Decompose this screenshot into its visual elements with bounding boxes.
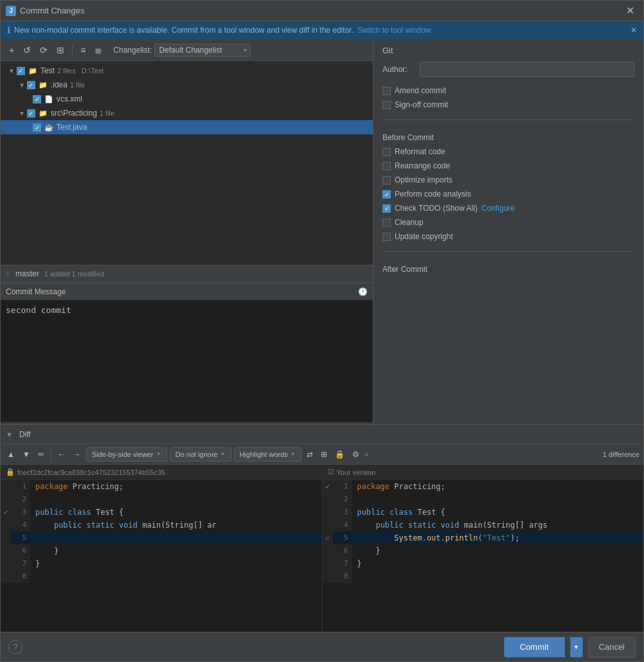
tree-meta-root: 2 files D:\Test <box>57 67 103 75</box>
amend-commit-checkbox[interactable] <box>382 87 391 95</box>
gutter-left-8: 8 <box>11 570 30 583</box>
checkbox-vcs[interactable]: ✓ <box>33 95 41 103</box>
close-button[interactable]: ✕ <box>622 3 638 18</box>
toolbar: + ↺ ⟳ ⊞ ≡ ≣ Changelist: Default Changeli… <box>1 39 373 61</box>
info-icon: ℹ <box>7 25 10 35</box>
tree-arrow-idea: ▼ <box>19 82 25 89</box>
expand-button[interactable]: ≡ <box>77 43 89 57</box>
tree-item-root[interactable]: ▼ ✓ 📁 Test 2 files D:\Test <box>1 64 373 78</box>
diff-next-button[interactable]: → <box>71 449 84 460</box>
diff-left-code: 1 package Practicing; 2 ✓ 3 public class… <box>1 480 322 583</box>
switch-to-tool-window-link[interactable]: Switch to tool window <box>357 26 431 35</box>
code-left-2 <box>30 493 322 506</box>
changelist-select-wrapper: Default Changelist <box>154 44 251 57</box>
author-row: Author: <box>382 62 634 77</box>
collapse-button[interactable]: ≣ <box>91 43 105 57</box>
diff-line-right-7: 7 } <box>323 557 644 570</box>
diff-edit-button[interactable]: ✏ <box>35 449 47 460</box>
reformat-code-checkbox[interactable] <box>382 148 391 156</box>
gutter-left-1: 1 <box>11 480 30 493</box>
checkbox-testjava[interactable]: ✓ <box>33 123 41 132</box>
highlight-dropdown[interactable]: Highlight words <box>234 447 301 461</box>
code-right-6: } <box>352 544 644 557</box>
tree-arrow-src: ▼ <box>19 110 25 117</box>
cleanup-row: Cleanup <box>382 218 634 227</box>
diff-prev-button[interactable]: ← <box>55 449 68 460</box>
diff-up-button[interactable]: ▲ <box>4 449 17 460</box>
code-right-8 <box>352 570 644 583</box>
branch-bar: ⑂ master 1 added 1 modified <box>1 265 373 283</box>
diff-indicator-left-6 <box>1 544 11 557</box>
reformat-code-label: Reformat code <box>395 147 445 156</box>
diff-left-label: 🔒 fcecf2dc2fcac9ca838c1c475232155374b55c… <box>1 465 322 480</box>
diff-down-button[interactable]: ▼ <box>20 449 33 460</box>
code-right-4: public static void main(String[] args <box>352 519 644 532</box>
tree-item-testjava[interactable]: ✓ ☕ Test.java <box>1 120 373 134</box>
lock-icon: 🔒 <box>6 468 15 476</box>
before-commit-label: Before Commit <box>382 133 634 142</box>
diff-line-right-3: 3 public class Test { <box>323 506 644 519</box>
diff-line-left-7: 7 } <box>1 557 322 570</box>
checkbox-idea[interactable]: ✓ <box>27 81 35 89</box>
optimize-imports-checkbox[interactable] <box>382 176 391 184</box>
commit-button[interactable]: Commit <box>504 637 565 658</box>
cleanup-checkbox[interactable] <box>382 219 391 227</box>
gutter-right-7: 7 <box>333 557 352 570</box>
diff-more: » <box>364 450 369 459</box>
undo-button[interactable]: ↺ <box>20 43 34 57</box>
diff-indicator-right-8 <box>323 570 333 583</box>
perform-analysis-row: ✓ Perform code analysis <box>382 190 634 199</box>
checkbox-src[interactable]: ✓ <box>27 109 35 118</box>
diff-viewer: 🔒 fcecf2dc2fcac9ca838c1c475232155374b55c… <box>1 465 643 632</box>
commit-message-label: Commit Message <box>6 287 66 296</box>
ignore-dropdown[interactable]: Do not ignore <box>170 447 231 461</box>
diff-columns-btn[interactable]: ⊞ <box>318 449 330 460</box>
commit-message-section: Commit Message 🕐 second commit <box>1 283 373 424</box>
diff-line-left-1: 1 package Practicing; <box>1 480 322 493</box>
diff-count: 1 difference <box>603 451 640 458</box>
commit-dropdown-button[interactable]: ▼ <box>570 637 583 658</box>
checkbox-root[interactable]: ✓ <box>17 67 25 75</box>
author-input[interactable] <box>420 62 634 77</box>
gutter-right-6: 6 <box>333 544 352 557</box>
window-title: Commit Changes <box>20 6 622 15</box>
check-todo-checkbox[interactable]: ✓ <box>382 204 391 213</box>
update-copyright-checkbox[interactable] <box>382 233 391 241</box>
code-left-3: public class Test { <box>30 506 322 519</box>
diff-lock-btn[interactable]: 🔒 <box>332 449 347 460</box>
diff-left-panel: 🔒 fcecf2dc2fcac9ca838c1c475232155374b55c… <box>1 465 323 632</box>
folder-icon-idea: 📁 <box>38 80 48 90</box>
clock-icon[interactable]: 🕐 <box>358 287 368 296</box>
cancel-button[interactable]: Cancel <box>588 637 636 658</box>
diff-indicator-left-5 <box>1 532 11 544</box>
sign-off-checkbox[interactable] <box>382 101 391 109</box>
diff-indicator-right-2 <box>323 493 333 506</box>
viewer-dropdown[interactable]: Side-by-side viewer <box>86 447 167 461</box>
tree-item-src[interactable]: ▼ ✓ 📁 src\Practicing 1 file <box>1 106 373 120</box>
refresh-button[interactable]: ⟳ <box>37 43 51 57</box>
folder-icon-root: 📁 <box>28 66 38 76</box>
diff-collapse-arrow[interactable]: ▼ <box>6 431 13 438</box>
diff-settings-btn[interactable]: ⇄ <box>304 449 316 460</box>
bottom-bar: ? Commit ▼ Cancel <box>1 632 643 661</box>
changelist-select[interactable]: Default Changelist <box>154 44 251 57</box>
tree-text-idea: .idea <box>51 80 67 89</box>
diff-indicator-left-8 <box>1 570 11 583</box>
rearrange-code-checkbox[interactable] <box>382 162 391 170</box>
tree-item-vcs[interactable]: ✓ 📄 vcs.xml <box>1 92 373 106</box>
add-changelist-button[interactable]: + <box>6 43 17 57</box>
diff-gear-btn[interactable]: ⚙ <box>350 449 362 460</box>
diff-section: ▼ Diff ▲ ▼ ✏ ← → Side-by-side viewer Do … <box>1 424 643 632</box>
tree-item-idea[interactable]: ▼ ✓ 📁 .idea 1 file <box>1 78 373 92</box>
configure-link[interactable]: Configure <box>481 204 515 213</box>
info-bar-close[interactable]: ✕ <box>631 26 637 35</box>
group-button[interactable]: ⊞ <box>53 43 67 57</box>
diff-right-code: ✓ 1 package Practicing; 2 3 public <box>323 480 644 583</box>
gutter-left-4: 4 <box>11 519 30 532</box>
tree-arrow-root: ▼ <box>8 67 15 75</box>
diff-line-right-2: 2 <box>323 493 644 506</box>
help-button[interactable]: ? <box>8 640 22 654</box>
perform-analysis-checkbox[interactable]: ✓ <box>382 190 391 199</box>
commit-message-input[interactable]: second commit <box>1 300 373 422</box>
diff-right-panel: ☑ Your version ✓ 1 package Practicing; 2 <box>323 465 644 632</box>
